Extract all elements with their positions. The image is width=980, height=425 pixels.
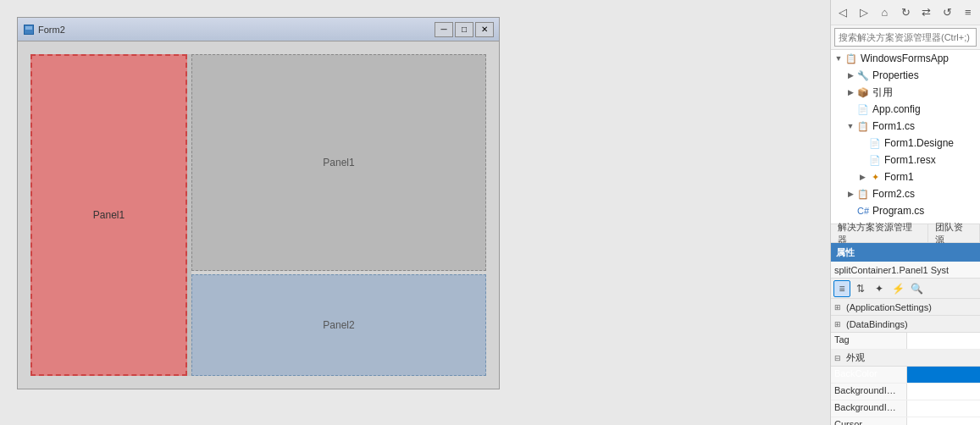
prop-name-cursor: Cursor bbox=[831, 417, 907, 425]
tree-icon-form1designer: 📄 bbox=[868, 136, 882, 150]
tree-arrow-root: ▼ bbox=[833, 50, 844, 67]
tree-icon-form1: ✦ bbox=[868, 170, 882, 184]
top-right-panel-label: Panel1 bbox=[323, 157, 354, 168]
tree-item-form1resx[interactable]: ▶ 📄 Form1.resx bbox=[831, 152, 980, 168]
prop-name-backcolor: BackColor bbox=[831, 367, 907, 383]
left-panel[interactable]: Panel1 bbox=[30, 54, 187, 376]
tree-item-properties[interactable]: ▶ 🔧 Properties bbox=[831, 67, 980, 84]
prop-search-btn[interactable]: 🔍 bbox=[908, 280, 925, 297]
tree-text-form2cs: Form2.cs bbox=[872, 188, 915, 200]
explorer-tabs: 解决方案资源管理器 团队资源 bbox=[831, 224, 980, 243]
minimize-button[interactable]: ─ bbox=[435, 22, 453, 37]
search-bar bbox=[831, 25, 980, 50]
tree-text-form1cs: Form1.cs bbox=[872, 120, 915, 132]
prop-value-backcolor bbox=[907, 367, 980, 383]
tree-item-form2cs[interactable]: ▶ 📋 Form2.cs bbox=[831, 185, 980, 202]
bottom-right-panel[interactable]: Panel2 bbox=[191, 274, 486, 376]
prop-row-backcolor[interactable]: BackColor bbox=[831, 367, 980, 384]
prop-group-appsettings[interactable]: ⊞ (ApplicationSettings) bbox=[831, 299, 980, 316]
prop-events-btn[interactable]: ⚡ bbox=[889, 280, 906, 297]
properties-panel: 属性 splitContainer1.Panel1 Syst ≡ ⇅ ✦ ⚡ 🔍… bbox=[831, 243, 980, 425]
nav-back-icon[interactable]: ◁ bbox=[834, 3, 852, 22]
tree-text-appconfig: App.config bbox=[872, 103, 921, 115]
properties-object: splitContainer1.Panel1 Syst bbox=[831, 262, 980, 279]
form-body: Panel1 Panel1 Panel2 bbox=[18, 41, 499, 389]
props-list: ⊞ (ApplicationSettings) ⊞ (DataBindings)… bbox=[831, 299, 980, 425]
solution-tree: ▼ 📋 WindowsFormsApp ▶ 🔧 Properties ▶ 📦 引… bbox=[831, 50, 980, 224]
prop-props-btn[interactable]: ✦ bbox=[871, 280, 888, 297]
bottom-right-panel-label: Panel2 bbox=[323, 319, 354, 331]
designer-area: Form2 ─ □ ✕ Panel1 Panel1 Panel2 bbox=[0, 0, 830, 425]
tree-icon-appconfig: 📄 bbox=[856, 102, 870, 116]
right-panels: Panel1 Panel2 bbox=[191, 54, 486, 376]
prop-name-bgimagelayout: BackgroundImageLayout bbox=[831, 400, 907, 417]
reload-icon[interactable]: ↺ bbox=[938, 3, 956, 22]
sidebar-toolbar: ◁ ▷ ⌂ ↻ ⇄ ↺ ≡ bbox=[831, 0, 980, 25]
tree-text-root: WindowsFormsApp bbox=[861, 52, 949, 64]
tree-icon-form2cs: 📋 bbox=[856, 187, 870, 201]
tab-solution[interactable]: 解决方案资源管理器 bbox=[831, 224, 928, 242]
tree-icon-programcs: C# bbox=[856, 204, 870, 218]
tree-item-appconfig[interactable]: ▶ 📄 App.config bbox=[831, 101, 980, 118]
form-controls: ─ □ ✕ bbox=[435, 22, 494, 37]
tree-arrow-properties: ▶ bbox=[844, 67, 856, 84]
tree-item-programcs[interactable]: ▶ C# Program.cs bbox=[831, 202, 980, 219]
tree-text-form1designer: Form1.Designe bbox=[884, 137, 954, 149]
tree-item-form1[interactable]: ▶ ✦ Form1 bbox=[831, 168, 980, 185]
prop-categories-btn[interactable]: ≡ bbox=[833, 280, 850, 297]
tree-arrow-form1: ▶ bbox=[856, 168, 868, 185]
search-input[interactable] bbox=[834, 28, 977, 47]
tree-text-references: 引用 bbox=[872, 86, 893, 100]
refresh-icon[interactable]: ↻ bbox=[897, 3, 915, 22]
prop-row-cursor[interactable]: Cursor bbox=[831, 417, 980, 425]
home-icon[interactable]: ⌂ bbox=[876, 3, 894, 22]
tree-arrow-form2cs: ▶ bbox=[844, 185, 856, 202]
close-button[interactable]: ✕ bbox=[475, 22, 494, 37]
tree-icon-form1resx: 📄 bbox=[868, 153, 882, 167]
tree-icon-properties: 🔧 bbox=[856, 69, 870, 82]
tree-root[interactable]: ▼ 📋 WindowsFormsApp bbox=[831, 50, 980, 67]
nav-forward-icon[interactable]: ▷ bbox=[855, 3, 873, 22]
prop-value-cursor bbox=[907, 417, 980, 425]
form-title: Form2 bbox=[38, 25, 435, 35]
prop-name-tag: Tag bbox=[831, 333, 907, 349]
tree-text-properties: Properties bbox=[872, 69, 919, 81]
tree-item-form1cs[interactable]: ▼ 📋 Form1.cs bbox=[831, 118, 980, 135]
tree-icon-form1cs: 📋 bbox=[856, 119, 870, 133]
prop-value-bgimage bbox=[907, 384, 980, 400]
tree-text-form1resx: Form1.resx bbox=[884, 154, 936, 166]
prop-name-bgimage: BackgroundImage bbox=[831, 384, 907, 400]
left-panel-label: Panel1 bbox=[93, 209, 125, 221]
settings-icon[interactable]: ≡ bbox=[959, 3, 977, 22]
prop-row-bgimagelayout[interactable]: BackgroundImageLayout bbox=[831, 400, 980, 417]
form-window: Form2 ─ □ ✕ Panel1 Panel1 Panel2 bbox=[17, 17, 500, 389]
prop-row-tag[interactable]: Tag bbox=[831, 333, 980, 350]
tree-item-form1designer[interactable]: ▶ 📄 Form1.Designe bbox=[831, 135, 980, 152]
tab-team[interactable]: 团队资源 bbox=[928, 224, 980, 242]
top-right-panel[interactable]: Panel1 bbox=[191, 54, 486, 271]
tree-arrow-references: ▶ bbox=[844, 84, 856, 101]
prop-value-tag bbox=[907, 333, 980, 349]
tree-text-programcs: Program.cs bbox=[872, 205, 924, 217]
restore-button[interactable]: □ bbox=[455, 22, 473, 37]
props-toolbar: ≡ ⇅ ✦ ⚡ 🔍 bbox=[831, 279, 980, 299]
tree-icon-root: 📋 bbox=[844, 52, 858, 65]
prop-row-bgimage[interactable]: BackgroundImage bbox=[831, 384, 980, 400]
right-sidebar: ◁ ▷ ⌂ ↻ ⇄ ↺ ≡ ▼ 📋 WindowsFormsApp ▶ 🔧 Pr… bbox=[830, 0, 980, 425]
tree-arrow-form1cs: ▼ bbox=[844, 118, 856, 135]
tree-item-references[interactable]: ▶ 📦 引用 bbox=[831, 84, 980, 101]
prop-sort-btn[interactable]: ⇅ bbox=[852, 280, 869, 297]
tree-icon-references: 📦 bbox=[856, 86, 870, 99]
sync-icon[interactable]: ⇄ bbox=[917, 3, 935, 22]
prop-value-bgimagelayout bbox=[907, 400, 980, 417]
prop-group-appearance[interactable]: ⊟ 外观 bbox=[831, 350, 980, 367]
properties-header: 属性 bbox=[831, 243, 980, 262]
form-icon bbox=[23, 24, 35, 36]
tree-text-form1: Form1 bbox=[884, 171, 914, 183]
prop-group-databindings[interactable]: ⊞ (DataBindings) bbox=[831, 316, 980, 333]
form-titlebar: Form2 ─ □ ✕ bbox=[18, 18, 499, 41]
